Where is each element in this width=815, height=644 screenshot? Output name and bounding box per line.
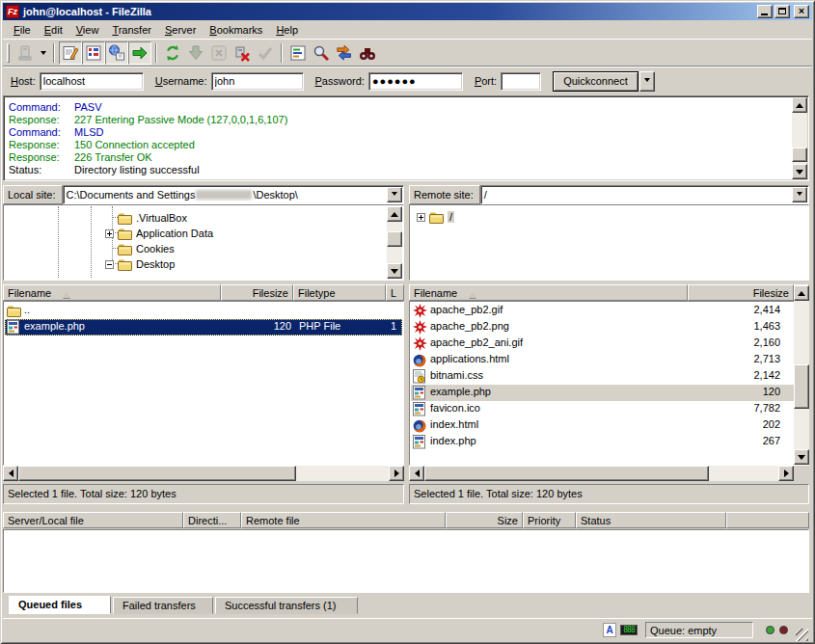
remote-tree-item-root[interactable]: / bbox=[417, 209, 454, 225]
file-row-..[interactable]: .. bbox=[5, 303, 402, 319]
menu-server[interactable]: Server bbox=[158, 22, 203, 38]
speed-limit-icon[interactable]: 888 bbox=[620, 625, 638, 635]
scroll-up-button[interactable] bbox=[794, 285, 809, 301]
resize-grip[interactable] bbox=[796, 629, 808, 641]
disconnect-button[interactable] bbox=[231, 41, 254, 65]
process-queue-button[interactable] bbox=[184, 41, 207, 65]
column-header-remote-file[interactable]: Remote file bbox=[241, 512, 446, 528]
local-site-dropdown-button[interactable] bbox=[387, 187, 402, 202]
collapse-icon[interactable] bbox=[105, 260, 114, 269]
port-input[interactable] bbox=[501, 72, 541, 91]
local-site-combobox[interactable]: C:\Documents and Settings\Desktop\ bbox=[63, 185, 404, 204]
file-row-index.html[interactable]: index.html202 bbox=[411, 417, 807, 434]
menu-view[interactable]: View bbox=[69, 22, 106, 38]
file-row-bitnami.css[interactable]: bitnami.css2,142 bbox=[411, 368, 807, 385]
refresh-button[interactable] bbox=[161, 41, 184, 65]
column-header-filename[interactable]: Filename bbox=[409, 284, 688, 301]
site-manager-button[interactable] bbox=[14, 41, 37, 65]
scroll-down-button[interactable] bbox=[792, 164, 807, 179]
scroll-left-button[interactable] bbox=[3, 466, 18, 481]
column-header-size[interactable]: Size bbox=[446, 512, 523, 528]
toggle-local-tree-button[interactable] bbox=[82, 41, 105, 65]
title-bar[interactable]: Fz john@localhost - FileZilla × bbox=[3, 3, 812, 20]
remote-hscrollbar[interactable] bbox=[409, 466, 794, 481]
column-header-filetype[interactable]: Filetype bbox=[293, 284, 386, 301]
username-input[interactable] bbox=[211, 72, 304, 91]
scroll-thumb[interactable] bbox=[792, 148, 807, 162]
column-header-filesize[interactable]: Filesize bbox=[221, 284, 293, 301]
scroll-right-button[interactable] bbox=[389, 466, 404, 481]
scroll-thumb[interactable] bbox=[387, 231, 402, 247]
remote-site-dropdown-button[interactable] bbox=[792, 187, 807, 202]
column-header-server-local-file[interactable]: Server/Local file bbox=[3, 512, 183, 528]
search-binoculars-button[interactable] bbox=[356, 41, 379, 65]
toggle-queue-button[interactable] bbox=[128, 41, 151, 65]
scroll-up-button[interactable] bbox=[387, 206, 402, 222]
reconnect-button[interactable] bbox=[254, 41, 277, 65]
quickconnect-dropdown-button[interactable] bbox=[639, 71, 655, 92]
scroll-down-button[interactable] bbox=[794, 449, 809, 465]
transfer-type-icon[interactable]: A bbox=[603, 623, 616, 637]
menu-transfer[interactable]: Transfer bbox=[105, 22, 158, 38]
scroll-thumb[interactable] bbox=[424, 466, 709, 481]
log-scrollbar[interactable] bbox=[792, 97, 807, 179]
column-header-filesize[interactable]: Filesize bbox=[688, 284, 794, 301]
password-input[interactable] bbox=[368, 72, 463, 91]
html-file-icon bbox=[413, 418, 428, 433]
file-row-example.php[interactable]: example.php120 bbox=[411, 385, 807, 401]
activity-led-green bbox=[766, 626, 774, 634]
tab-successful-transfers-1-[interactable]: Successful transfers (1) bbox=[215, 597, 358, 614]
menu-help[interactable]: Help bbox=[269, 22, 305, 38]
file-row-apache-pb2.png[interactable]: apache_pb2.png1,463 bbox=[411, 319, 807, 335]
expand-icon[interactable] bbox=[417, 213, 425, 222]
file-row-apache-pb2-ani.gif[interactable]: apache_pb2_ani.gif2,160 bbox=[411, 335, 807, 352]
menu-bookmarks[interactable]: Bookmarks bbox=[203, 22, 269, 38]
sort-ascending-icon bbox=[63, 288, 70, 298]
minimize-button[interactable] bbox=[757, 5, 773, 18]
scroll-down-button[interactable] bbox=[387, 263, 402, 279]
column-header-l[interactable]: L bbox=[386, 284, 404, 301]
column-header-status[interactable]: Status bbox=[576, 512, 726, 528]
local-hscrollbar[interactable] bbox=[3, 466, 404, 481]
close-button[interactable]: × bbox=[794, 5, 809, 18]
find-files-button[interactable] bbox=[310, 41, 333, 65]
tab-queued-files[interactable]: Queued files bbox=[9, 596, 111, 614]
cancel-button[interactable] bbox=[207, 41, 231, 65]
remote-list-scrollbar[interactable] bbox=[794, 285, 809, 465]
scroll-right-button[interactable] bbox=[778, 466, 794, 481]
local-tree-item-desktop[interactable]: Desktop bbox=[105, 256, 175, 272]
local-tree-item--virtualbox[interactable]: .VirtualBox bbox=[118, 210, 187, 226]
local-path-suffix: \Desktop\ bbox=[253, 189, 297, 201]
local-tree-item-cookies[interactable]: Cookies bbox=[118, 241, 175, 256]
synchronized-browsing-button[interactable] bbox=[333, 41, 356, 65]
arrow-right-icon bbox=[784, 470, 793, 477]
file-row-favicon.ico[interactable]: favicon.ico7,782 bbox=[411, 401, 807, 417]
scroll-left-button[interactable] bbox=[409, 466, 424, 481]
toggle-message-log-button[interactable] bbox=[59, 41, 82, 65]
quickconnect-button[interactable]: Quickconnect bbox=[553, 71, 638, 92]
filter-button[interactable] bbox=[286, 41, 310, 65]
site-manager-dropdown-button[interactable] bbox=[37, 42, 49, 64]
scroll-up-button[interactable] bbox=[792, 97, 807, 113]
column-header-directi-[interactable]: Directi... bbox=[183, 512, 241, 528]
local-tree-item-application-data[interactable]: Application Data bbox=[105, 226, 213, 241]
local-tree-scrollbar[interactable] bbox=[387, 206, 402, 279]
tab-failed-transfers[interactable]: Failed transfers bbox=[113, 597, 213, 614]
file-row-applications.html[interactable]: applications.html2,713 bbox=[411, 352, 807, 368]
maximize-button[interactable] bbox=[774, 5, 790, 18]
column-header-filename[interactable]: Filename bbox=[3, 284, 221, 301]
scroll-thumb[interactable] bbox=[794, 364, 809, 409]
file-row-index.php[interactable]: index.php267 bbox=[411, 434, 807, 450]
scroll-thumb[interactable] bbox=[18, 466, 296, 481]
expand-icon[interactable] bbox=[105, 229, 114, 238]
toggle-remote-tree-button[interactable] bbox=[105, 41, 128, 65]
remote-site-combobox[interactable]: / bbox=[480, 185, 809, 204]
remote-status-text: Selected 1 file. Total size: 120 bytes bbox=[409, 484, 809, 504]
file-row-example.php[interactable]: example.php120PHP File1 bbox=[5, 319, 402, 335]
menu-file[interactable]: File bbox=[7, 22, 38, 38]
cell-name: index.html bbox=[430, 418, 686, 430]
file-row-apache-pb2.gif[interactable]: apache_pb2.gif2,414 bbox=[411, 303, 807, 319]
menu-edit[interactable]: Edit bbox=[38, 22, 69, 38]
column-header-priority[interactable]: Priority bbox=[523, 512, 576, 528]
host-input[interactable] bbox=[40, 72, 144, 91]
